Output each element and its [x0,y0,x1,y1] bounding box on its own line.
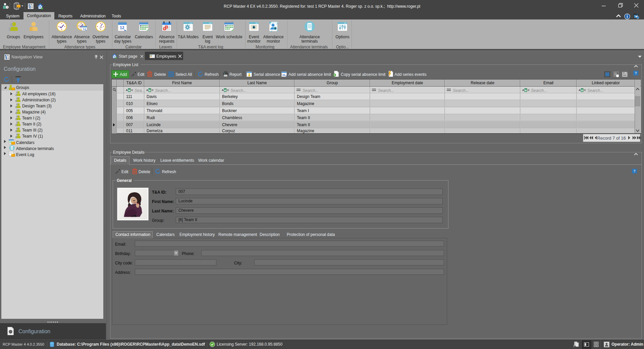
svg-text:C: C [528,89,530,92]
svg-text:12: 12 [120,26,124,30]
svg-text:B: B [224,89,226,92]
svg-text:B: B [128,89,130,92]
svg-text:B: B [581,89,583,92]
svg-text:C: C [131,89,133,92]
svg-text:?: ? [635,71,637,75]
svg-text:A: A [146,89,148,92]
svg-text:B: B [149,89,151,92]
svg-text:B: B [525,89,527,92]
svg-text:A: A [522,89,524,92]
svg-text:C: C [584,89,586,92]
svg-text:26,: 26, [282,73,286,77]
svg-text:?: ? [633,169,635,173]
svg-text:A: A [222,89,224,92]
svg-text:C: C [227,89,229,92]
svg-text:C: C [152,89,154,92]
svg-text:A: A [126,89,128,92]
svg-text:A: A [579,89,581,92]
